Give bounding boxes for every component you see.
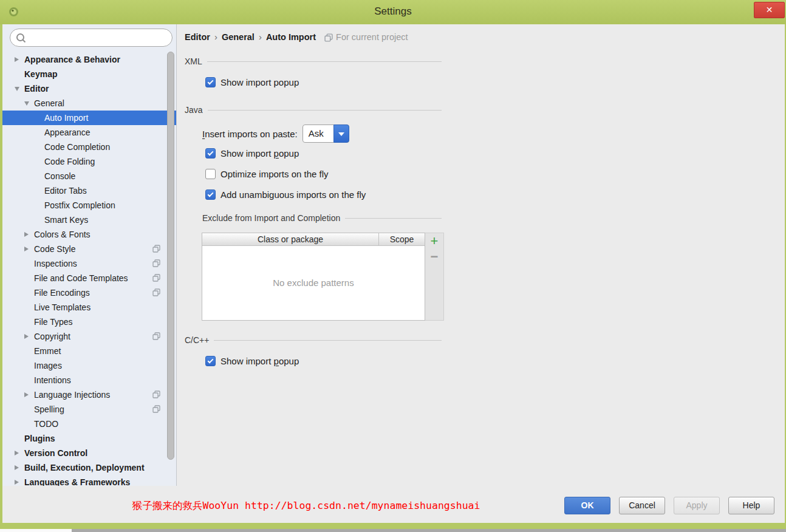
sidebar-item-appearance-behavior[interactable]: Appearance & Behavior — [2, 52, 177, 67]
sidebar-item-todo[interactable]: TODO — [2, 417, 177, 431]
sidebar-item-colors-fonts[interactable]: Colors & Fonts — [2, 227, 177, 242]
chevron-right-icon[interactable] — [15, 465, 19, 470]
java-show-import-popup-label[interactable]: Show import popup — [220, 148, 299, 159]
sidebar-item-version-control[interactable]: Version Control — [2, 446, 177, 460]
sidebar-item-live-templates[interactable]: Live Templates — [2, 300, 177, 315]
add-pattern-button[interactable]: + — [425, 233, 443, 250]
footer-buttons: OKCancelApplyHelp — [564, 497, 774, 514]
section-rule — [208, 110, 442, 111]
column-header-class-or-package[interactable]: Class or package — [202, 233, 379, 245]
exclude-table-toolbar: + − — [425, 233, 444, 321]
chevron-right-icon[interactable] — [15, 451, 19, 455]
section-rule — [214, 340, 442, 341]
sidebar-item-label: Code Completion — [44, 140, 110, 154]
per-project-settings-icon — [152, 274, 160, 282]
sidebar-item-label: Smart Keys — [44, 213, 88, 227]
sidebar-item-build-execution-deployment[interactable]: Build, Execution, Deployment — [2, 460, 177, 475]
help-button[interactable]: Help — [728, 497, 774, 514]
sidebar-item-label: TODO — [34, 417, 58, 431]
for-current-project-label: For current project — [336, 32, 408, 42]
search-input[interactable] — [10, 29, 173, 47]
cpp-show-import-popup-checkbox[interactable] — [205, 356, 216, 366]
xml-show-import-popup-checkbox[interactable] — [205, 77, 216, 87]
sidebar-item-code-completion[interactable]: Code Completion — [2, 140, 177, 154]
close-button[interactable]: ✕ — [754, 2, 785, 18]
sidebar-item-label: Code Folding — [44, 154, 95, 169]
chevron-right-icon[interactable] — [24, 232, 29, 237]
xml-show-import-popup-label[interactable]: Show import popup — [220, 77, 299, 87]
breadcrumb-auto-import: Auto Import — [266, 32, 316, 42]
sidebar-item-file-encodings[interactable]: File Encodings — [2, 285, 177, 300]
sidebar-item-appearance[interactable]: Appearance — [2, 125, 177, 140]
sidebar-item-languages-frameworks[interactable]: Languages & Frameworks — [2, 475, 177, 486]
add-unambiguous-imports-label[interactable]: Add unambiguous imports on the fly — [220, 189, 366, 200]
breadcrumb-editor[interactable]: Editor — [185, 32, 210, 42]
chevron-down-icon[interactable] — [24, 101, 29, 106]
sidebar-item-inspections[interactable]: Inspections — [2, 256, 177, 271]
sidebar-item-label: Plugins — [24, 431, 55, 446]
sidebar-item-smart-keys[interactable]: Smart Keys — [2, 213, 177, 227]
remove-pattern-button[interactable]: − — [425, 250, 443, 267]
xml-show-import-popup-row: Show import popup — [205, 77, 299, 87]
sidebar-item-console[interactable]: Console — [2, 169, 177, 183]
dropdown-arrow-button[interactable] — [333, 124, 349, 143]
breadcrumb-general[interactable]: General — [222, 32, 255, 42]
sidebar-item-code-folding[interactable]: Code Folding — [2, 154, 177, 169]
cpp-show-import-popup-row: Show import popup — [205, 356, 299, 366]
sidebar-item-label: Editor — [24, 81, 49, 96]
sidebar-item-keymap[interactable]: Keymap — [2, 67, 177, 81]
sidebar-item-language-injections[interactable]: Language Injections — [2, 387, 177, 402]
insert-imports-label: Insert imports on paste: — [202, 129, 298, 139]
sidebar-item-intentions[interactable]: Intentions — [2, 373, 177, 387]
java-section-title: Java — [185, 105, 203, 115]
chevron-right-icon[interactable] — [15, 480, 19, 485]
sidebar-item-images[interactable]: Images — [2, 358, 177, 373]
sidebar-item-copyright[interactable]: Copyright — [2, 329, 177, 344]
titlebar: Settings ✕ — [0, 0, 786, 24]
per-project-settings-icon — [152, 245, 160, 253]
cpp-show-import-popup-label[interactable]: Show import popup — [220, 356, 299, 366]
java-show-import-popup-checkbox[interactable] — [205, 148, 216, 159]
sidebar-item-editor[interactable]: Editor — [2, 81, 177, 96]
sidebar-item-plugins[interactable]: Plugins — [2, 431, 177, 446]
chevron-right-icon[interactable] — [24, 392, 29, 397]
insert-imports-row: Insert imports on paste: Ask — [202, 124, 349, 143]
sidebar-item-file-and-code-templates[interactable]: File and Code Templates — [2, 271, 177, 285]
sidebar-item-general[interactable]: General — [2, 96, 177, 111]
insert-imports-on-paste-select[interactable]: Ask — [302, 124, 349, 143]
sidebar-item-label: Auto Import — [44, 111, 88, 125]
sidebar-item-auto-import[interactable]: Auto Import — [2, 111, 177, 125]
optimize-imports-checkbox[interactable] — [205, 169, 216, 179]
add-unambiguous-imports-checkbox[interactable] — [205, 189, 216, 200]
sidebar-item-file-types[interactable]: File Types — [2, 315, 177, 329]
per-project-settings-icon — [152, 390, 160, 398]
sidebar-item-label: Intentions — [34, 373, 71, 387]
watermark-text: 猴子搬来的救兵WooYun http://blog.csdn.net/mynam… — [132, 499, 480, 513]
chevron-right-icon[interactable] — [15, 57, 19, 62]
sidebar-item-emmet[interactable]: Emmet — [2, 344, 177, 358]
sidebar-item-postfix-completion[interactable]: Postfix Completion — [2, 198, 177, 213]
column-header-scope[interactable]: Scope — [379, 233, 425, 245]
sidebar-item-label: File and Code Templates — [34, 271, 128, 285]
sidebar-item-label: File Types — [34, 315, 73, 329]
exclude-patterns-table: Class or package Scope No exclude patter… — [202, 233, 425, 321]
cancel-button[interactable]: Cancel — [619, 497, 665, 514]
optimize-imports-label[interactable]: Optimize imports on the fly — [220, 169, 329, 179]
insert-imports-selected-value: Ask — [309, 128, 324, 138]
sidebar-item-editor-tabs[interactable]: Editor Tabs — [2, 183, 177, 198]
chevron-right-icon[interactable] — [24, 247, 29, 251]
add-unambiguous-imports-row: Add unambiguous imports on the fly — [205, 189, 366, 200]
sidebar-item-code-style[interactable]: Code Style — [2, 242, 177, 256]
per-project-settings-icon — [324, 33, 333, 42]
section-rule — [207, 61, 442, 62]
xml-section-header: XML — [185, 56, 442, 66]
desktop-sliver — [0, 529, 72, 532]
ok-button[interactable]: OK — [564, 497, 610, 514]
sidebar-item-label: Keymap — [24, 67, 57, 81]
chevron-right-icon[interactable] — [24, 334, 29, 339]
sidebar-scrollbar[interactable] — [167, 52, 174, 460]
sidebar-item-spelling[interactable]: Spelling — [2, 402, 177, 417]
java-section-header: Java — [185, 105, 442, 115]
chevron-down-icon[interactable] — [15, 87, 19, 91]
sidebar-item-label: Inspections — [34, 256, 77, 271]
